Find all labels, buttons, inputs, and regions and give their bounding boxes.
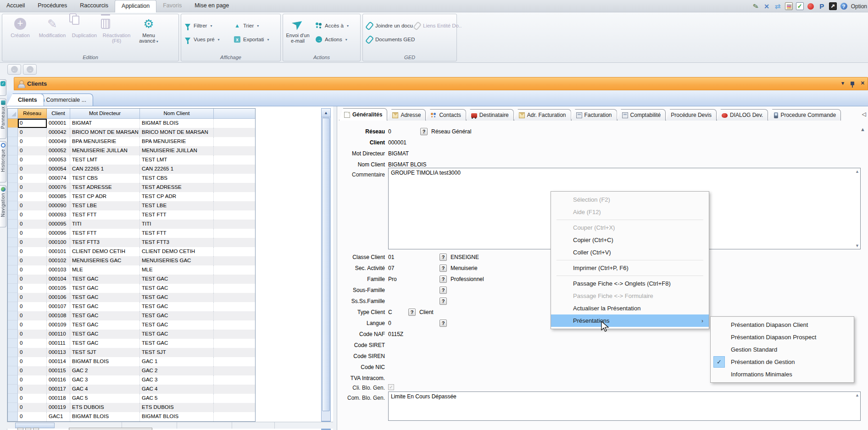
cell-mot-directeur[interactable]: TEST SJT	[70, 348, 140, 357]
cell-mot-directeur[interactable]: TEST FTT3	[70, 238, 140, 247]
context-menu-item[interactable]: Passage Fiche <-> Formulaire ›	[551, 290, 709, 302]
list-vertical-scrollbar[interactable]: ▲ ▼	[321, 108, 331, 430]
cell-client[interactable]: 000052	[47, 146, 70, 155]
column-header-mot-directeur[interactable]: Mot Directeur	[70, 109, 140, 119]
table-row[interactable]: 0 000074 TEST CBS TEST CBS	[8, 174, 255, 183]
table-row[interactable]: 0 000108 TEST GAC TEST GAC	[8, 311, 255, 320]
table-row[interactable]: 0 000107 TEST GAC TEST GAC	[8, 302, 255, 311]
dock-tab[interactable]: Navigation	[0, 185, 6, 227]
dock-tab[interactable]	[0, 79, 6, 96]
lookup-button[interactable]	[440, 265, 447, 272]
cell-nom-client[interactable]: TEST GAC	[140, 302, 214, 311]
row-selector-cell[interactable]	[8, 119, 18, 128]
cell-reseau[interactable]: 0	[18, 403, 47, 412]
row-selector-cell[interactable]	[8, 238, 18, 247]
detail-tab[interactable]: Adr. Facturation	[514, 109, 571, 121]
cell-nom-client[interactable]: MENUISERIE JUILLAN	[140, 146, 214, 155]
table-row[interactable]: 0 000095 TITI TITI	[8, 220, 255, 229]
cell-nom-client[interactable]: GAC 5	[140, 394, 214, 403]
context-menu-item[interactable]: Sélection (F2) ›	[551, 193, 709, 206]
scrollbar-thumb[interactable]	[322, 118, 330, 411]
cell-mot-directeur[interactable]: BPA MENUISERIE	[70, 137, 140, 146]
field-value[interactable]: 0115Z	[388, 331, 440, 337]
ribbon-button[interactable]: Menu avancé▾	[133, 17, 165, 44]
row-selector-cell[interactable]	[8, 220, 18, 229]
cell-mot-directeur[interactable]: CAN 22265 1	[70, 165, 140, 174]
cell-client[interactable]: 000113	[47, 348, 70, 357]
row-selector-cell[interactable]	[8, 265, 18, 275]
column-header-reseau[interactable]: Réseau	[18, 109, 47, 119]
cell-client[interactable]: 000114	[47, 357, 70, 366]
cell-nom-client[interactable]: BIGMAT BLOIS	[140, 412, 214, 421]
cell-reseau[interactable]: 0	[18, 201, 47, 210]
table-row[interactable]: 0 000113 TEST SJT TEST SJT	[8, 348, 255, 357]
table-row[interactable]: 0 000101 CLIENT DEMO CETIH CLIENT DEMO C…	[8, 247, 255, 256]
cell-reseau[interactable]: 0	[18, 192, 47, 201]
table-row[interactable]: 0 000111 TEST GAC TEST GAC	[8, 339, 255, 348]
cell-client[interactable]: 000076	[47, 183, 70, 192]
table-row[interactable]: 0 000053 TEST LMT TEST LMT	[8, 155, 255, 165]
cell-reseau[interactable]: 0	[18, 302, 47, 311]
cell-reseau[interactable]: 0	[18, 210, 47, 220]
textarea-scroll-up-icon[interactable]: ▲	[855, 169, 859, 174]
ribbon-button[interactable]: Accès à▾	[315, 22, 359, 29]
column-header-client[interactable]: Client	[47, 109, 70, 119]
table-row[interactable]: 0 000052 MENUISERIE JUILLAN MENUISERIE J…	[8, 146, 255, 155]
ribbon-button[interactable]: Filtrer▾	[184, 22, 234, 29]
row-selector-cell[interactable]	[8, 320, 18, 330]
cell-reseau[interactable]: 0	[18, 119, 47, 128]
row-selector-cell[interactable]	[8, 137, 18, 146]
cell-nom-client[interactable]: TEST LBE	[140, 201, 214, 210]
back-button[interactable]: ←	[7, 64, 21, 75]
detail-tab[interactable]: Destinataire	[466, 109, 514, 121]
cell-client[interactable]: 000106	[47, 293, 70, 302]
cell-reseau[interactable]: 0	[18, 128, 47, 137]
row-selector-cell[interactable]	[8, 201, 18, 210]
context-menu-item[interactable]: Coller (Ctrl+V) ›	[551, 246, 709, 259]
cell-reseau[interactable]: 0	[18, 385, 47, 394]
row-selector-cell[interactable]	[8, 293, 18, 302]
ribbon-button[interactable]: Création▾	[4, 17, 36, 44]
cell-reseau[interactable]: 0	[18, 394, 47, 403]
row-selector-cell[interactable]	[8, 284, 18, 293]
cell-nom-client[interactable]: TEST CBS	[140, 174, 214, 183]
row-selector-cell[interactable]	[8, 128, 18, 137]
table-row[interactable]: 0 000115 GAC 2 GAC 2	[8, 366, 255, 375]
table-row[interactable]: 0 000109 TEST GAC TEST GAC	[8, 320, 255, 330]
context-menu-item[interactable]: Présentations ›	[551, 314, 709, 327]
cell-reseau[interactable]: 0	[18, 165, 47, 174]
cell-nom-client[interactable]: CLIENT DEMO CETIH	[140, 247, 214, 256]
row-selector-cell[interactable]	[8, 394, 18, 403]
cell-reseau[interactable]: 0	[18, 275, 47, 284]
cell-mot-directeur[interactable]: MENUISERIES GAC	[70, 256, 140, 265]
cell-mot-directeur[interactable]: TEST ADRESSE	[70, 183, 140, 192]
cell-mot-directeur[interactable]: TEST LMT	[70, 155, 140, 165]
ribbon-button[interactable]: Trier▾	[234, 22, 279, 29]
context-menu-item[interactable]: Copier (Ctrl+C) ›	[551, 234, 709, 246]
detail-tab[interactable]: DIALOG Dev.	[717, 109, 768, 121]
row-selector-cell[interactable]	[8, 183, 18, 192]
lookup-button[interactable]	[440, 254, 447, 261]
cell-nom-client[interactable]: GAC 2	[140, 366, 214, 375]
row-selector-cell[interactable]	[8, 247, 18, 256]
cell-reseau[interactable]: 0	[18, 311, 47, 320]
cell-client[interactable]: 000095	[47, 220, 70, 229]
row-selector-cell[interactable]	[8, 412, 18, 421]
cell-reseau[interactable]: 0	[18, 238, 47, 247]
textarea-scroll-down-icon[interactable]: ▼	[855, 243, 859, 248]
cell-mot-directeur[interactable]: TEST LBE	[70, 201, 140, 210]
cell-mot-directeur[interactable]: TEST FTT	[70, 229, 140, 238]
cell-client[interactable]: 000100	[47, 238, 70, 247]
cell-mot-directeur[interactable]: TITI	[70, 220, 140, 229]
table-row[interactable]: 0 000100 TEST FTT3 TEST FTT3	[8, 238, 255, 247]
cell-client[interactable]: 000116	[47, 375, 70, 385]
context-menu-item[interactable]: Actualiser la Présentation ›	[551, 302, 709, 314]
row-selector-cell[interactable]	[8, 210, 18, 220]
menubar-item[interactable]: Favoris	[156, 0, 188, 12]
panel-close-icon[interactable]: ✕	[861, 80, 865, 86]
row-selector-cell[interactable]	[8, 357, 18, 366]
cell-reseau[interactable]: 0	[18, 220, 47, 229]
cell-nom-client[interactable]: TEST CP ADR	[140, 192, 214, 201]
cell-mot-directeur[interactable]: TEST CBS	[70, 174, 140, 183]
cell-nom-client[interactable]: MLE	[140, 265, 214, 275]
